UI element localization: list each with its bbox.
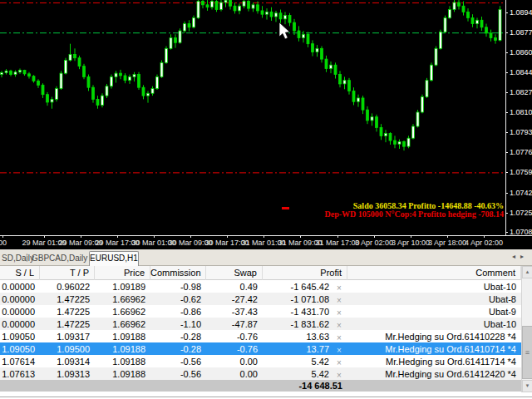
close-position-button[interactable]: × — [333, 307, 345, 317]
cell-swap: 0.00 — [206, 369, 263, 379]
candle-body — [293, 22, 296, 31]
column-header-tp[interactable]: T / P — [40, 266, 95, 280]
trade-table: S / LT / PPriceCommissionSwapProfitComme… — [0, 266, 521, 392]
time-axis-tick — [190, 236, 191, 238]
tab-scroll-right-icon[interactable]: ▸ — [520, 253, 529, 260]
candle-body — [453, 2, 456, 10]
cell-comment: Ubat-8 — [347, 294, 521, 304]
column-header-swap[interactable]: Swap — [206, 266, 263, 280]
candle-body — [106, 86, 108, 96]
table-row[interactable]: 1.090501.093171.09188-0.28-0.7613.63×Mr.… — [0, 330, 521, 342]
table-row[interactable]: 0.000000.960221.09189-0.980.49-1 645.42×… — [0, 280, 521, 293]
candle-body — [47, 95, 49, 102]
candle-body — [65, 61, 67, 74]
close-position-button[interactable]: × — [333, 319, 345, 329]
column-header-commission[interactable]: Commission — [150, 266, 206, 280]
candle-body — [380, 127, 382, 135]
candle-body — [175, 38, 177, 43]
tab-gbpcad-daily[interactable]: GBPCAD,Daily — [32, 254, 87, 263]
candle-body — [37, 81, 40, 85]
close-position-button[interactable]: × — [333, 282, 345, 292]
chart-tab-bar: SD,Daily | GBPCAD,Daily EURUSD,H1 ◂▸ — [0, 249, 532, 266]
trade-table-header: S / LT / PPriceCommissionSwapProfitComme… — [0, 266, 521, 280]
candle-body — [480, 20, 483, 27]
table-row[interactable]: 0.000001.472251.66962-0.62-27.42-1 071.0… — [0, 293, 521, 305]
column-header-profit[interactable]: Profit — [263, 266, 347, 280]
candle-body — [28, 74, 31, 76]
column-header-price[interactable]: Price — [95, 266, 150, 280]
candle-body — [499, 9, 501, 40]
column-header-comment[interactable]: Comment — [347, 266, 521, 280]
candle-body — [485, 27, 488, 33]
price-axis-label: 1.07250 — [510, 209, 532, 217]
candle-body — [307, 34, 309, 43]
close-position-button[interactable]: × — [333, 369, 345, 379]
chart-area[interactable]: 1.089451.087751.086051.084401.082701.081… — [0, 0, 532, 249]
tab-scroll-arrows[interactable]: ◂▸ — [512, 253, 529, 260]
total-profit-value: -14 648.51 — [263, 381, 342, 391]
candle-body — [416, 112, 419, 126]
price-axis-label: 1.07420 — [510, 189, 532, 197]
price-axis-label: 1.08100 — [510, 108, 532, 116]
candle-body — [224, 0, 227, 2]
tab-eurusd-h1[interactable]: EURUSD,H1 — [89, 251, 139, 266]
close-position-button[interactable]: × — [333, 344, 345, 354]
candle-body — [325, 59, 328, 68]
scrollbar-thumb[interactable]: ≡ — [522, 326, 532, 379]
candle-body — [275, 13, 278, 17]
vertical-scrollbar[interactable]: ▲ ≡ ▼ — [521, 266, 532, 392]
cell-tp: 1.09500 — [40, 344, 95, 354]
candle-body — [471, 17, 474, 23]
cell-price: 1.66962 — [95, 319, 150, 329]
column-header-sl[interactable]: S / L — [0, 266, 40, 280]
tab-separator: | — [26, 253, 28, 262]
time-axis-tick — [484, 236, 485, 238]
cell-swap: -47.87 — [206, 319, 263, 329]
tab-usd-daily[interactable]: SD,Daily — [2, 254, 34, 263]
table-row[interactable]: 1.090501.095001.09188-0.28-0.7613.77×Mr.… — [0, 342, 521, 355]
candle-body — [330, 65, 332, 68]
time-axis-tick — [81, 236, 81, 238]
cell-comment: Mr.Hedging su Ord.61412420 *4 — [347, 369, 521, 379]
candle-body — [138, 75, 140, 88]
candle-body — [215, 2, 218, 10]
cell-tp: 1.09317 — [40, 332, 95, 342]
cell-profit: 5.42× — [263, 357, 347, 367]
cell-swap: -37.43 — [206, 307, 263, 317]
candle-body — [467, 12, 470, 17]
price-axis-label: 1.07590 — [510, 168, 532, 176]
candle-body — [74, 54, 76, 57]
candle-body — [407, 138, 410, 146]
cell-sl: 1.07614 — [0, 357, 40, 367]
table-row[interactable]: 1.076131.093131.09188-0.560.005.42×Mr.He… — [0, 367, 521, 380]
candle-body — [279, 13, 282, 19]
candle-body — [462, 6, 465, 12]
table-row[interactable]: 0.000001.472251.66962-0.86-37.43-1 431.7… — [0, 305, 521, 318]
cell-price: 1.09188 — [95, 369, 150, 379]
time-axis-tick — [411, 236, 411, 238]
candlestick-chart[interactable] — [0, 0, 505, 235]
candle-body — [184, 24, 186, 32]
cell-tp: 0.96022 — [40, 282, 95, 292]
cell-swap: 0.00 — [206, 357, 263, 367]
candle-body — [60, 73, 62, 88]
cell-comment: Ubat-10 — [347, 319, 521, 329]
scroll-down-button[interactable]: ▼ — [522, 380, 532, 392]
table-row[interactable]: 1.076141.093141.09188-0.560.005.42×Mr.He… — [0, 355, 521, 367]
close-position-button[interactable]: × — [333, 332, 345, 342]
candle-body — [220, 2, 223, 10]
candle-body — [334, 65, 337, 74]
table-row[interactable]: 0.000001.472251.66962-1.10-47.87-1 831.6… — [0, 318, 521, 330]
candle-body — [151, 89, 154, 94]
scroll-up-button[interactable]: ▲ — [522, 266, 532, 278]
cell-commission: -0.56 — [150, 369, 206, 379]
cell-swap: -0.76 — [206, 332, 263, 342]
close-position-button[interactable]: × — [333, 357, 345, 367]
candle-body — [288, 16, 291, 23]
candle-body — [403, 141, 406, 146]
time-axis-tick — [44, 236, 45, 238]
cell-price: 1.66962 — [95, 307, 150, 317]
time-axis-tick — [300, 236, 301, 238]
tab-scroll-left-icon[interactable]: ◂ — [512, 253, 520, 260]
close-position-button[interactable]: × — [333, 294, 345, 304]
